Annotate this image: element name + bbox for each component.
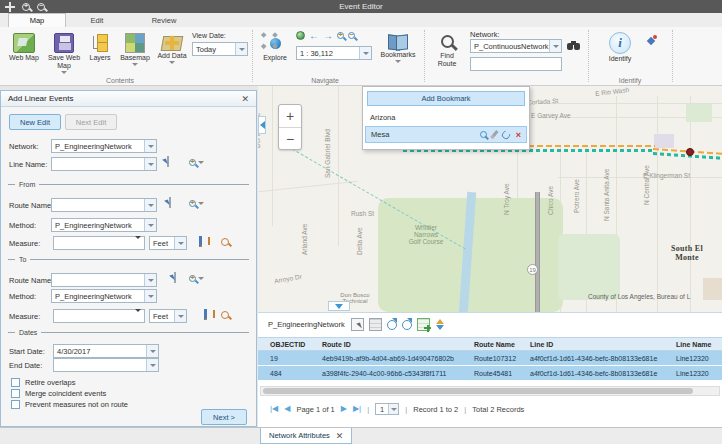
map-canvas[interactable]: 19 E Cortada St E Garvey Ave E Rio Wash … — [258, 86, 722, 312]
explore-button[interactable]: Explore — [258, 33, 292, 62]
map-road — [258, 181, 358, 192]
new-edit-button[interactable]: New Edit — [9, 114, 61, 130]
view-date-select[interactable]: Today — [192, 42, 248, 56]
to-route-name-select[interactable] — [51, 273, 157, 287]
scrollbar-thumb[interactable] — [263, 388, 693, 394]
next-edit-button[interactable]: Next Edit — [65, 114, 117, 130]
next-button[interactable]: Next > — [201, 409, 247, 425]
zoom-to-measure-icon[interactable] — [221, 238, 229, 246]
delete-bookmark-icon[interactable]: × — [516, 131, 521, 139]
next-page-icon[interactable]: ▶ — [341, 405, 347, 413]
to-measure-unit-select[interactable]: Feet — [149, 309, 187, 323]
page-number-select[interactable]: 1 — [375, 403, 399, 415]
save-web-map-button[interactable]: Save Web Map — [46, 33, 82, 74]
chevron-down-icon — [144, 219, 156, 231]
group-separator — [672, 30, 673, 82]
network-select[interactable]: P_EngineeringNetwork — [51, 139, 157, 153]
edit-bookmark-icon[interactable] — [490, 130, 498, 139]
tab-edit[interactable]: Edit — [72, 13, 122, 27]
from-measure-unit-select[interactable]: Feet — [149, 236, 187, 250]
zoom-in-icon[interactable]: + — [337, 32, 344, 39]
column-header[interactable]: Line ID — [518, 341, 664, 348]
street-label: Rush St — [351, 210, 374, 217]
highway — [535, 192, 540, 312]
chevron-down-icon — [144, 140, 156, 152]
table-row[interactable]: 484 a398f4fc-2940-4c00-96b6-c5343f8f1711… — [258, 366, 722, 381]
select-records-icon[interactable] — [351, 318, 364, 331]
tab-map[interactable]: Map — [8, 13, 66, 27]
column-header[interactable]: Line Name — [664, 341, 722, 348]
find-route-input[interactable] — [470, 57, 562, 71]
find-route-button[interactable]: Find Route — [430, 35, 464, 68]
measure-tool-icon[interactable] — [204, 309, 207, 320]
end-date-select[interactable] — [53, 358, 159, 372]
zoom-in-icon[interactable]: + — [22, 3, 30, 11]
column-header[interactable]: Route Name — [462, 341, 518, 348]
map-scale-select[interactable]: 1 : 36,112 — [296, 46, 372, 60]
bookmark-item-mesa[interactable]: Mesa × — [365, 126, 527, 143]
bookmark-item-arizona[interactable]: Arizona — [365, 110, 527, 124]
checkbox[interactable] — [11, 378, 20, 387]
map-zoom-out-button[interactable]: − — [279, 127, 301, 149]
add-linear-events-panel: Add Linear Events ✕ New Edit Next Edit N… — [0, 90, 257, 427]
bookmarks-button[interactable]: Bookmarks — [378, 33, 418, 63]
select-on-map-icon[interactable] — [167, 156, 169, 167]
basemap-button[interactable]: Basemap — [117, 33, 153, 66]
checkbox[interactable] — [11, 400, 20, 409]
zoom-to-feature-icon[interactable]: + — [189, 200, 204, 207]
zoom-to-bookmark-icon[interactable] — [480, 131, 487, 138]
table-row[interactable]: 19 4eb9419b-af9b-4d04-ab69-1d490476802b … — [258, 351, 722, 366]
route-name-label: Route Name: — [9, 276, 53, 285]
close-icon[interactable]: ✕ — [241, 94, 249, 104]
pan-icon[interactable] — [5, 2, 15, 12]
checkbox[interactable] — [11, 389, 20, 398]
refresh-bookmark-icon[interactable] — [500, 129, 511, 140]
add-data-button[interactable]: Add Data — [155, 33, 189, 64]
web-map-button[interactable]: Web Map — [6, 33, 42, 62]
column-header[interactable]: Route ID — [310, 341, 462, 348]
show-table-icon[interactable] — [369, 318, 382, 331]
full-extent-icon[interactable] — [296, 31, 305, 40]
previous-page-icon[interactable]: ◀ — [284, 405, 290, 413]
zoom-to-selected-icon[interactable] — [387, 320, 397, 330]
table-collapse-button[interactable] — [328, 301, 350, 311]
layers-button[interactable]: Layers — [85, 33, 115, 62]
panel-collapse-button[interactable] — [258, 116, 266, 134]
tab-review[interactable]: Review — [136, 13, 192, 27]
next-extent-icon[interactable]: → — [323, 31, 333, 40]
from-route-name-select[interactable] — [51, 198, 157, 212]
line-name-select[interactable] — [51, 157, 157, 171]
identify-pin-icon[interactable] — [648, 35, 657, 44]
zoom-out-icon[interactable]: − — [37, 3, 45, 11]
measure-tool-icon[interactable] — [199, 236, 202, 247]
first-page-icon[interactable]: |◀ — [270, 405, 278, 413]
identify-button[interactable]: Identify — [600, 32, 640, 63]
network-label: Network: — [470, 30, 500, 39]
select-on-map-icon[interactable] — [169, 197, 171, 208]
zoom-out-icon[interactable]: − — [348, 32, 355, 39]
add-bookmark-button[interactable]: Add Bookmark — [367, 91, 525, 106]
pan-to-selected-icon[interactable] — [402, 320, 412, 330]
web-map-icon — [13, 33, 35, 53]
previous-extent-icon[interactable]: ← — [309, 31, 319, 40]
sort-records-icon[interactable] — [435, 318, 448, 331]
find-route-network-select[interactable]: P_ContinuousNetwork — [470, 39, 562, 53]
column-header[interactable]: OBJECTID — [258, 341, 310, 348]
zoom-to-feature-icon[interactable]: + — [189, 159, 204, 166]
map-zoom-in-button[interactable]: + — [279, 105, 301, 127]
tab-network-attributes[interactable]: Network Attributes ✕ — [260, 428, 352, 444]
horizontal-scrollbar[interactable] — [260, 386, 720, 396]
to-method-select[interactable]: P_EngineeringNetwork — [51, 289, 157, 303]
select-on-map-icon[interactable] — [174, 272, 176, 283]
related-records-icon[interactable] — [417, 318, 430, 331]
zoom-to-feature-icon[interactable]: + — [189, 275, 204, 282]
from-method-select[interactable]: P_EngineeringNetwork — [51, 218, 157, 232]
binoculars-icon[interactable] — [567, 41, 580, 50]
panel-header: Add Linear Events ✕ — [1, 91, 256, 107]
from-measure-input[interactable] — [53, 236, 145, 250]
last-page-icon[interactable]: ▶| — [353, 405, 361, 413]
close-icon[interactable]: ✕ — [336, 431, 344, 441]
zoom-to-measure-icon[interactable] — [221, 311, 229, 319]
start-date-select[interactable]: 4/30/2017 — [53, 344, 159, 358]
to-measure-input[interactable] — [53, 309, 145, 323]
